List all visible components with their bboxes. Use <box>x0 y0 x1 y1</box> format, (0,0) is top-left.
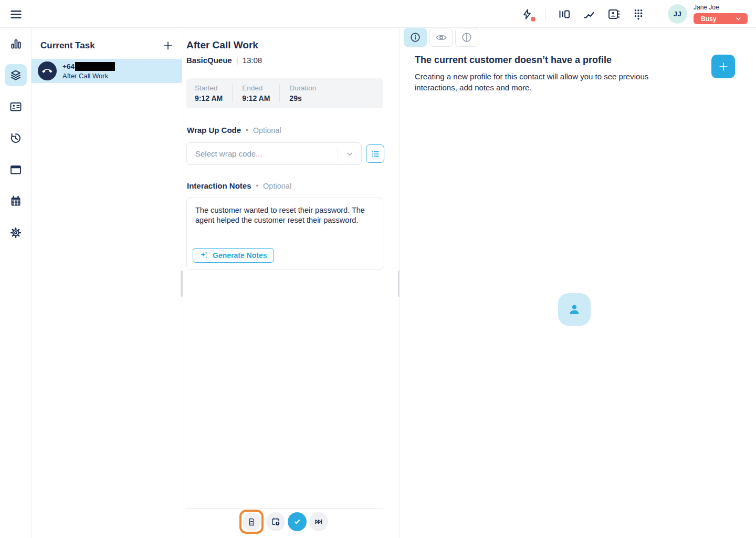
split-view-icon[interactable] <box>558 8 571 20</box>
generate-notes-button[interactable]: Generate Notes <box>193 248 274 263</box>
quick-actions-icon[interactable] <box>521 8 533 20</box>
sidebar-item-browser[interactable] <box>0 154 32 185</box>
acw-timer: 13:08 <box>243 56 262 65</box>
sidebar-item-tasks[interactable] <box>0 59 32 91</box>
list-icon <box>371 149 380 159</box>
divider <box>545 8 546 20</box>
complete-task-button[interactable] <box>288 512 307 531</box>
wrap-code-select[interactable]: Select wrap code... <box>186 142 362 165</box>
profile-tabs <box>404 28 478 47</box>
status-dropdown[interactable]: Busy <box>694 13 748 24</box>
contacts-icon[interactable] <box>607 8 620 20</box>
topbar: JJ Jane Joe Busy <box>0 0 756 28</box>
separator: | <box>236 56 238 65</box>
acw-toolbar <box>239 510 328 534</box>
user-name: Jane Joe <box>694 4 719 11</box>
redacted-phone-number <box>75 62 115 71</box>
wrap-up-code-label: Wrap Up Code <box>187 126 241 134</box>
calendar-icon <box>5 190 27 212</box>
interaction-notes-label-row: Interaction Notes • Optional <box>187 181 291 190</box>
plus-icon <box>718 61 729 73</box>
eye-icon <box>435 32 447 44</box>
history-icon <box>5 127 27 149</box>
generate-notes-label: Generate Notes <box>213 251 267 260</box>
gear-icon <box>5 222 27 244</box>
task-item-text: +64 After Call Work <box>62 62 115 80</box>
calendar-clock-icon <box>271 517 280 526</box>
scrollbar-thumb[interactable] <box>181 271 183 297</box>
sidebar-item-calendar[interactable] <box>0 185 32 217</box>
interaction-notes-label: Interaction Notes <box>187 181 251 190</box>
queue-and-timer: BasicQueue | 13:08 <box>186 56 262 65</box>
task-phone-number: +64 <box>62 63 75 70</box>
sidebar-item-metrics[interactable] <box>0 28 32 59</box>
divider <box>657 8 657 20</box>
wrap-up-code-label-row: Wrap Up Code • Optional <box>187 126 281 134</box>
left-rail <box>0 28 32 538</box>
profile-avatar-placeholder <box>558 293 591 326</box>
wrap-code-list-button[interactable] <box>366 144 384 163</box>
browser-window-icon <box>5 159 27 181</box>
optional-tag: Optional <box>253 126 281 134</box>
call-ended-icon <box>38 61 57 80</box>
dialpad-icon[interactable] <box>632 8 645 20</box>
add-task-button[interactable] <box>162 39 174 52</box>
person-icon <box>566 301 583 318</box>
hamburger-menu-icon[interactable] <box>9 7 23 21</box>
status-label: Busy <box>701 15 716 23</box>
task-panel-header: Current Task <box>40 39 174 52</box>
page-title: After Call Work <box>186 39 258 51</box>
bullet: • <box>256 182 259 190</box>
info-icon <box>410 32 421 43</box>
task-list-item[interactable]: +64 After Call Work <box>32 59 182 83</box>
document-icon <box>247 518 256 526</box>
skip-next-button[interactable] <box>309 512 328 531</box>
sparkle-icon <box>200 251 208 260</box>
user-avatar[interactable]: JJ <box>668 4 687 24</box>
notes-document-button[interactable] <box>243 513 261 531</box>
schedule-callback-button[interactable] <box>266 512 285 531</box>
no-profile-description: Creating a new profile for this contact … <box>415 71 662 93</box>
sidebar-item-contact-card[interactable] <box>0 91 32 122</box>
sidebar-item-history[interactable] <box>0 122 32 154</box>
tab-info[interactable] <box>404 28 427 47</box>
layers-icon <box>5 64 27 86</box>
topbar-actions: JJ Jane Joe Busy <box>521 0 748 28</box>
wrap-code-placeholder: Select wrap code... <box>187 149 338 158</box>
annotation-highlight <box>239 510 264 534</box>
stat-ended: Ended 9:12 AM <box>242 84 280 102</box>
analytics-icon[interactable] <box>583 8 595 20</box>
skip-next-icon <box>314 517 323 526</box>
create-profile-button[interactable] <box>711 55 735 78</box>
tab-preview[interactable] <box>429 28 453 47</box>
contact-card-icon <box>5 96 27 118</box>
bar-chart-icon <box>5 33 27 55</box>
current-task-panel: Current Task +64 After Call Work <box>32 28 182 538</box>
toolbar-divider <box>186 508 383 509</box>
task-status-label: After Call Work <box>62 72 115 80</box>
optional-tag: Optional <box>263 182 291 190</box>
interaction-notes-input[interactable]: The customer wanted to reset their passw… <box>187 198 383 249</box>
task-panel-title: Current Task <box>40 40 95 51</box>
queue-name: BasicQueue <box>186 56 232 65</box>
chevron-down-icon <box>735 15 742 22</box>
user-block: Jane Joe Busy <box>694 4 748 24</box>
stat-duration: Duration 29s <box>289 84 326 102</box>
tab-compare[interactable] <box>455 28 478 47</box>
bullet: • <box>246 126 248 134</box>
after-call-work-panel: After Call Work BasicQueue | 13:08 Start… <box>182 28 400 538</box>
chevron-down-icon <box>338 147 361 161</box>
no-profile-heading: The current customer doesn’t have a prof… <box>415 55 612 66</box>
notification-badge <box>531 17 536 22</box>
plus-icon <box>163 40 173 51</box>
check-icon <box>292 517 302 526</box>
sidebar-item-settings[interactable] <box>0 217 32 249</box>
stat-started: Started 9:12 AM <box>195 84 233 102</box>
split-circle-icon <box>461 32 472 43</box>
call-stats: Started 9:12 AM Ended 9:12 AM Duration 2… <box>186 78 383 108</box>
interaction-notes-box: The customer wanted to reset their passw… <box>186 198 383 270</box>
customer-profile-panel: The current customer doesn’t have a prof… <box>400 28 756 538</box>
